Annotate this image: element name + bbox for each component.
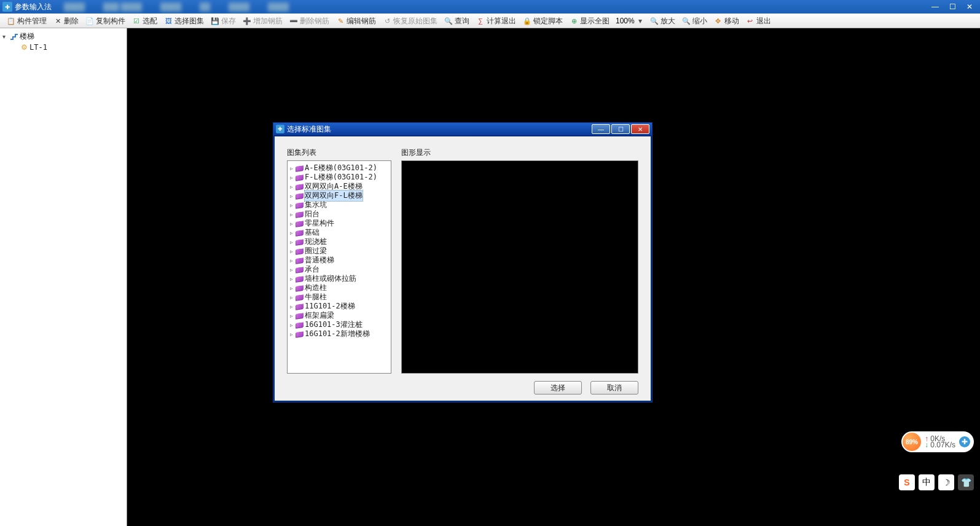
toolbar-编辑钢筋[interactable]: ✎编辑钢筋 bbox=[333, 15, 378, 28]
toolbar-放大[interactable]: 🔍放大 bbox=[647, 15, 678, 28]
toolbar-label: 恢复原始图集 bbox=[393, 16, 437, 26]
atlas-item[interactable]: ▹墙柱或砌体拉筋 bbox=[289, 274, 390, 283]
dialog-close-button[interactable]: ✕ bbox=[631, 124, 649, 134]
expand-icon[interactable]: ▹ bbox=[290, 221, 295, 227]
atlas-item[interactable]: ▹构造柱 bbox=[289, 283, 390, 292]
select-button[interactable]: 选择 bbox=[534, 381, 582, 394]
toolbar-保存: 💾保存 bbox=[208, 15, 238, 28]
close-button[interactable]: ✕ bbox=[962, 1, 978, 12]
cancel-button[interactable]: 取消 bbox=[590, 381, 638, 394]
zoom-dropdown-icon[interactable]: ▾ bbox=[638, 17, 646, 25]
expand-icon[interactable]: ▹ bbox=[290, 230, 295, 236]
toolbar-查询[interactable]: 🔍查询 bbox=[441, 15, 472, 28]
atlas-item[interactable]: ▹牛腿柱 bbox=[289, 292, 390, 302]
book-icon bbox=[296, 331, 304, 338]
atlas-item[interactable]: ▹F-L楼梯(03G101-2) bbox=[289, 173, 390, 182]
atlas-item[interactable]: ▹双网双向A-E楼梯 bbox=[289, 182, 390, 191]
atlas-item[interactable]: ▹11G101-2楼梯 bbox=[289, 302, 390, 311]
expand-icon[interactable]: ▹ bbox=[290, 193, 295, 199]
dialog-titlebar[interactable]: ✚ 选择标准图集 — ☐ ✕ bbox=[273, 123, 652, 135]
dialog-maximize-button[interactable]: ☐ bbox=[611, 124, 630, 134]
expand-icon[interactable]: ▹ bbox=[290, 239, 295, 245]
expand-icon[interactable]: ▹ bbox=[290, 184, 295, 190]
toolbar-计算退出[interactable]: ∑计算退出 bbox=[473, 15, 519, 28]
tree-root-stair[interactable]: ▾ 楼梯 bbox=[1, 31, 125, 42]
tray-item-1[interactable]: 中 bbox=[919, 474, 935, 490]
net-stats: 0K/s 0.07K/s bbox=[925, 436, 955, 448]
atlas-item[interactable]: ▹零星构件 bbox=[289, 219, 390, 228]
tray-item-2[interactable]: ☽ bbox=[938, 474, 954, 490]
toolbar-label: 删除钢筋 bbox=[300, 16, 329, 26]
tray-item-3[interactable]: 👕 bbox=[958, 474, 974, 490]
toolbar-label: 删除 bbox=[64, 16, 79, 26]
expand-icon[interactable]: ▹ bbox=[290, 331, 295, 337]
expand-icon[interactable]: ▹ bbox=[290, 294, 295, 300]
atlas-item[interactable]: ▹双网双向F-L楼梯 bbox=[289, 191, 390, 200]
atlas-item[interactable]: ▹16G101-2新增楼梯 bbox=[289, 329, 390, 339]
expand-icon[interactable]: ▹ bbox=[290, 257, 295, 264]
toolbar-label: 保存 bbox=[221, 16, 236, 26]
expand-icon[interactable]: ▹ bbox=[290, 202, 295, 208]
collapse-icon[interactable]: ▾ bbox=[2, 33, 9, 40]
book-icon bbox=[296, 285, 304, 292]
toolbar-label: 查询 bbox=[455, 16, 469, 26]
perf-widget[interactable]: 89% 0K/s 0.07K/s ✚ bbox=[901, 431, 974, 452]
toolbar-锁定脚本[interactable]: 🔒锁定脚本 bbox=[520, 15, 565, 28]
expand-icon[interactable]: ▹ bbox=[290, 322, 295, 328]
tree-child-label: LT-1 bbox=[29, 43, 47, 52]
atlas-item[interactable]: ▹集水坑 bbox=[289, 200, 390, 210]
toolbar-选配[interactable]: ☑选配 bbox=[129, 15, 160, 28]
maximize-button[interactable]: ☐ bbox=[944, 1, 960, 12]
atlas-item[interactable]: ▹框架扁梁 bbox=[289, 311, 390, 320]
expand-icon[interactable]: ▹ bbox=[290, 276, 295, 282]
toolbar-icon: 📄 bbox=[85, 16, 95, 26]
expand-icon[interactable]: ▹ bbox=[290, 211, 295, 218]
toolbar-缩小[interactable]: 🔍缩小 bbox=[679, 15, 710, 28]
preview-label: 图形显示 bbox=[401, 147, 638, 158]
preview-canvas bbox=[401, 160, 638, 374]
main-toolbar: 📋构件管理✕删除📄复制构件☑选配🖼选择图集💾保存➕增加钢筋➖删除钢筋✎编辑钢筋↺… bbox=[0, 14, 980, 28]
atlas-item[interactable]: ▹A-E楼梯(03G101-2) bbox=[289, 163, 390, 173]
atlas-item[interactable]: ▹现浇桩 bbox=[289, 237, 390, 246]
expand-icon[interactable]: ▹ bbox=[290, 267, 295, 273]
window-title: 参数输入法 bbox=[15, 2, 52, 12]
tree-child-lt1[interactable]: ⚙ LT-1 bbox=[1, 42, 125, 52]
toolbar-label: 选择图集 bbox=[174, 16, 204, 26]
minimize-button[interactable]: — bbox=[927, 1, 943, 12]
gear-icon: ⚙ bbox=[20, 43, 28, 52]
toolbar-显示全图[interactable]: ⊕显示全图 bbox=[566, 15, 612, 28]
toolbar-构件管理[interactable]: 📋构件管理 bbox=[4, 15, 49, 28]
expand-icon[interactable]: ▹ bbox=[290, 313, 295, 319]
expand-icon[interactable]: ▹ bbox=[290, 165, 295, 171]
book-icon bbox=[296, 229, 304, 237]
book-icon bbox=[296, 202, 304, 209]
net-down: 0.07K/s bbox=[925, 442, 955, 448]
atlas-item[interactable]: ▹16G101-3灌注桩 bbox=[289, 320, 390, 329]
perf-plus-icon[interactable]: ✚ bbox=[959, 436, 970, 447]
toolbar-复制构件[interactable]: 📄复制构件 bbox=[82, 15, 128, 28]
toolbar-icon: 🖼 bbox=[163, 16, 173, 26]
dialog-title: 选择标准图集 bbox=[287, 124, 590, 135]
tray-item-0[interactable]: S bbox=[899, 474, 915, 490]
toolbar-label: 缩小 bbox=[692, 16, 707, 26]
atlas-item[interactable]: ▹承台 bbox=[289, 265, 390, 274]
atlas-list[interactable]: ▹A-E楼梯(03G101-2)▹F-L楼梯(03G101-2)▹双网双向A-E… bbox=[287, 160, 391, 374]
toolbar-label: 计算退出 bbox=[487, 16, 516, 26]
dialog-minimize-button[interactable]: — bbox=[592, 124, 610, 134]
book-icon bbox=[296, 165, 304, 172]
atlas-item[interactable]: ▹普通楼梯 bbox=[289, 256, 390, 265]
toolbar-icon: 🔍 bbox=[649, 16, 659, 26]
toolbar-移动[interactable]: ✥移动 bbox=[711, 15, 742, 28]
expand-icon[interactable]: ▹ bbox=[290, 304, 295, 310]
atlas-item[interactable]: ▹基础 bbox=[289, 228, 390, 237]
expand-icon[interactable]: ▹ bbox=[290, 285, 295, 291]
expand-icon[interactable]: ▹ bbox=[290, 248, 295, 254]
toolbar-label: 复制构件 bbox=[96, 16, 125, 26]
toolbar-选择图集[interactable]: 🖼选择图集 bbox=[161, 15, 206, 28]
toolbar-删除[interactable]: ✕删除 bbox=[50, 15, 81, 28]
atlas-list-label: 图集列表 bbox=[287, 147, 391, 158]
atlas-item[interactable]: ▹阳台 bbox=[289, 210, 390, 219]
toolbar-退出[interactable]: ↩退出 bbox=[743, 15, 774, 28]
expand-icon[interactable]: ▹ bbox=[290, 175, 295, 181]
atlas-item[interactable]: ▹圈过梁 bbox=[289, 246, 390, 256]
